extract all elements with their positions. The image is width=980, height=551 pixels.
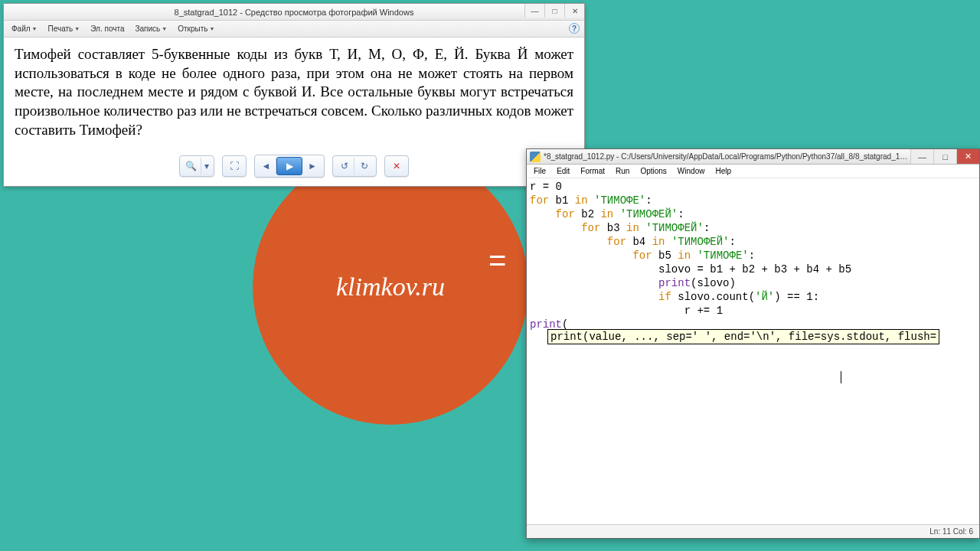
delete-button[interactable]: ✕ — [387, 158, 407, 174]
idle-menu-file[interactable]: File — [528, 166, 551, 176]
pv-help-button[interactable]: ? — [569, 23, 580, 34]
photo-viewer-window: 8_statgrad_1012 - Средство просмотра фот… — [3, 3, 585, 187]
calltip-tooltip: print(value, ..., sep=' ', end='\n', fil… — [547, 329, 939, 344]
pv-title: 8_statgrad_1012 - Средство просмотра фот… — [4, 8, 584, 17]
pv-menu-print[interactable]: Печать▼ — [44, 23, 85, 34]
python-icon — [530, 152, 541, 162]
pv-titlebar[interactable]: 8_statgrad_1012 - Средство просмотра фот… — [4, 4, 584, 21]
idle-min-button[interactable]: — — [910, 149, 933, 164]
idle-menu-help[interactable]: Help — [710, 166, 737, 176]
zoom-dropdown[interactable]: ▾ — [201, 158, 212, 174]
text-cursor — [841, 371, 841, 383]
idle-statusbar: Ln: 11 Col: 6 — [527, 524, 979, 538]
pv-min-button[interactable]: — — [524, 4, 544, 18]
idle-title: *8_statgrad_1012.py - C:/Users/Universit… — [544, 152, 910, 161]
idle-window: *8_statgrad_1012.py - C:/Users/Universit… — [526, 148, 980, 539]
pv-menu-email[interactable]: Эл. почта — [86, 23, 129, 34]
pv-menubar: Файл▼ Печать▼ Эл. почта Запись▼ Открыть▼… — [4, 21, 584, 37]
idle-menubar: File Edit Format Run Options Window Help — [527, 165, 979, 178]
idle-close-button[interactable]: ✕ — [956, 149, 979, 164]
pv-menu-open[interactable]: Открыть▼ — [173, 23, 219, 34]
pv-menu-file[interactable]: Файл▼ — [7, 23, 42, 34]
next-button[interactable]: ► — [302, 158, 322, 174]
zoom-icon[interactable]: 🔍 — [181, 158, 201, 174]
logo-text: klimkov.ru — [336, 272, 445, 302]
logo-circle: klimkov.ru — [253, 149, 528, 425]
code-editor[interactable]: r = 0 for b1 in 'ТИМОФЕ': for b2 in 'ТИМ… — [527, 178, 979, 524]
idle-menu-edit[interactable]: Edit — [551, 166, 575, 176]
pv-menu-burn[interactable]: Запись▼ — [130, 23, 172, 34]
idle-menu-window[interactable]: Window — [672, 166, 710, 176]
rotate-cw-button[interactable]: ↻ — [354, 158, 374, 174]
idle-menu-options[interactable]: Options — [635, 166, 671, 176]
idle-menu-format[interactable]: Format — [575, 166, 610, 176]
slideshow-button[interactable]: ▶ — [276, 157, 302, 175]
idle-menu-run[interactable]: Run — [610, 166, 635, 176]
pv-close-button[interactable]: ✕ — [564, 4, 584, 18]
fit-icon[interactable]: ⛶ — [224, 158, 244, 174]
prev-button[interactable]: ◄ — [256, 158, 276, 174]
pv-image-text: Тимофей составляет 5-буквенные коды из б… — [4, 37, 584, 151]
pv-toolbar: 🔍 ▾ ⛶ ◄ ▶ ► ↺ ↻ ✕ — [4, 151, 584, 181]
pv-max-button[interactable]: □ — [544, 4, 564, 18]
rotate-ccw-button[interactable]: ↺ — [335, 158, 354, 174]
idle-max-button[interactable]: □ — [933, 149, 956, 164]
idle-titlebar[interactable]: *8_statgrad_1012.py - C:/Users/Universit… — [527, 149, 979, 165]
equals-sign: = — [488, 243, 506, 278]
